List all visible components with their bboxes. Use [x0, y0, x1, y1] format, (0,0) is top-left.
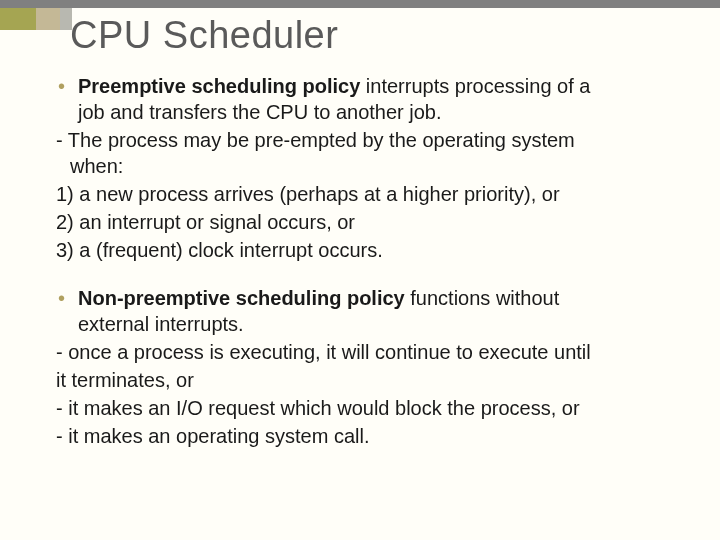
bold-preemptive: Preemptive scheduling policy	[78, 75, 360, 97]
text: interrupts processing of a	[360, 75, 590, 97]
slide-title: CPU Scheduler	[56, 14, 674, 57]
numbered-item-3: 3) a (frequent) clock interrupt occurs.	[56, 237, 674, 263]
text: - The process may be pre-empted by the o…	[56, 129, 575, 151]
text: when:	[56, 155, 123, 177]
slide-body: Preemptive scheduling policy interrupts …	[56, 73, 674, 449]
bold-nonpreemptive: Non-preemptive scheduling policy	[78, 287, 405, 309]
text: external interrupts.	[78, 313, 244, 335]
text: job and transfers the CPU to another job…	[78, 101, 442, 123]
numbered-item-1: 1) a new process arrives (perhaps at a h…	[56, 181, 674, 207]
dash-line: - The process may be pre-empted by the o…	[56, 127, 674, 179]
dash-line: it terminates, or	[56, 367, 674, 393]
text: functions without	[405, 287, 560, 309]
top-gray-bar	[0, 0, 720, 8]
numbered-item-2: 2) an interrupt or signal occurs, or	[56, 209, 674, 235]
accent-strip	[0, 8, 72, 30]
slide-content: CPU Scheduler Preemptive scheduling poli…	[0, 8, 720, 449]
dash-line: - once a process is executing, it will c…	[56, 339, 674, 365]
dash-line: - it makes an I/O request which would bl…	[56, 395, 674, 421]
bullet-nonpreemptive: Non-preemptive scheduling policy functio…	[56, 285, 674, 337]
bullet-preemptive: Preemptive scheduling policy interrupts …	[56, 73, 674, 125]
dash-line: - it makes an operating system call.	[56, 423, 674, 449]
